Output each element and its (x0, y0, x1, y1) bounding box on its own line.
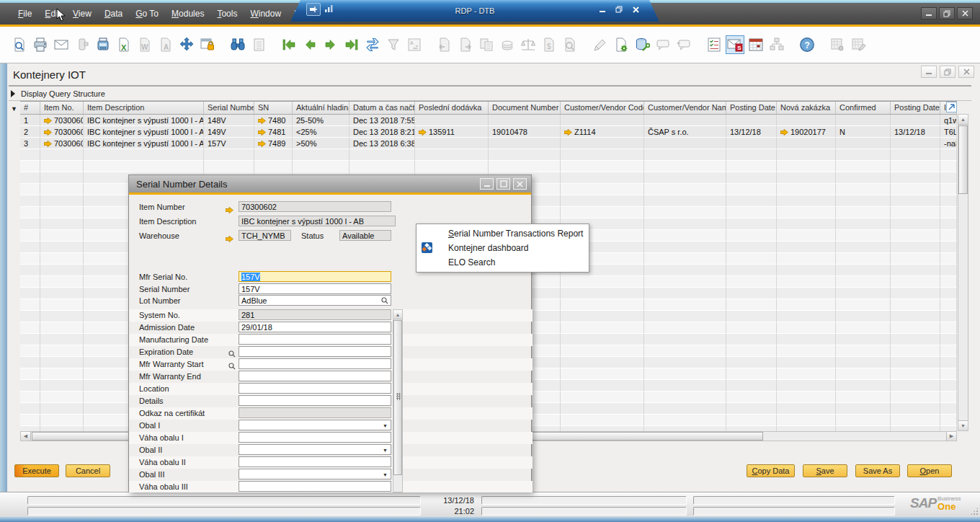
table-cell[interactable]: T6L-4 (940, 126, 957, 138)
log-icon[interactable] (249, 35, 268, 54)
table-cell[interactable] (20, 334, 40, 345)
table-cell[interactable] (644, 276, 726, 288)
table-cell[interactable] (940, 311, 957, 322)
table-cell[interactable] (777, 149, 836, 161)
scroll-down-icon[interactable]: ▼ (958, 420, 968, 430)
table-cell[interactable] (561, 288, 644, 299)
mfr-warranty-start-field[interactable] (239, 358, 391, 369)
inner-close-button[interactable] (958, 66, 974, 78)
table-cell[interactable] (40, 195, 84, 207)
table-cell[interactable]: 25-50% (293, 115, 349, 126)
rdp-minimize-button[interactable] (597, 4, 607, 14)
link-arrow-icon[interactable] (226, 232, 233, 245)
table-cell[interactable] (644, 115, 726, 126)
table-cell[interactable] (415, 149, 489, 161)
dialog-scrollbar[interactable]: ▲ (393, 309, 403, 492)
table-cell[interactable] (777, 265, 836, 276)
table-cell[interactable] (644, 242, 726, 253)
payment-means-icon[interactable] (477, 35, 496, 54)
edit-icon[interactable] (591, 35, 610, 54)
scroll-thumb[interactable] (393, 320, 402, 475)
table-cell[interactable] (40, 253, 84, 265)
table-cell[interactable] (940, 368, 957, 380)
table-cell[interactable] (891, 392, 940, 403)
table-cell[interactable] (489, 115, 561, 126)
table-cell[interactable]: Z1114 (561, 126, 644, 138)
table-cell[interactable] (940, 357, 957, 368)
copy-to-icon[interactable] (456, 35, 475, 54)
column-header[interactable]: Datum a čas načtení (349, 102, 415, 114)
table-cell[interactable] (644, 392, 726, 403)
table-cell[interactable] (726, 322, 777, 334)
table-cell[interactable] (20, 218, 40, 230)
copy-from-icon[interactable] (435, 35, 454, 54)
form-settings-icon[interactable] (849, 35, 868, 54)
column-header[interactable]: Serial Number (204, 102, 254, 114)
table-cell[interactable] (561, 172, 644, 184)
menu-modules[interactable]: Modules (165, 6, 210, 22)
execute-button[interactable]: Execute (14, 464, 59, 477)
table-cell[interactable] (777, 138, 836, 149)
odkaz-na-certifik-t-field[interactable] (239, 407, 391, 418)
table-cell[interactable] (777, 345, 836, 357)
table-cell[interactable] (415, 115, 489, 126)
table-cell[interactable] (644, 184, 726, 195)
table-cell[interactable] (836, 115, 891, 126)
table-cell[interactable] (891, 380, 940, 392)
previous-record-icon[interactable] (300, 35, 319, 54)
table-cell[interactable] (40, 403, 84, 415)
table-cell[interactable] (20, 426, 40, 431)
table-cell[interactable] (891, 195, 940, 207)
comment-icon[interactable] (654, 35, 672, 54)
table-cell[interactable]: >50% (293, 138, 349, 149)
scroll-right-icon[interactable]: ▶ (946, 432, 956, 441)
column-header[interactable]: Nová zakázka (777, 102, 836, 114)
table-cell[interactable] (836, 334, 891, 345)
table-cell[interactable] (561, 149, 644, 161)
table-cell[interactable] (777, 230, 836, 242)
restore-button[interactable] (939, 7, 955, 19)
table-cell[interactable] (726, 380, 777, 392)
user-defined-fields-icon[interactable] (612, 35, 631, 54)
table-cell[interactable] (40, 149, 84, 161)
table-cell[interactable]: Dec 13 2018 7:55PM (349, 115, 415, 126)
table-cell[interactable] (891, 265, 940, 276)
messages-alert-icon[interactable]: S (726, 35, 744, 54)
dialog-titlebar[interactable]: Serial Number Details (129, 175, 531, 193)
org-chart-icon[interactable] (767, 35, 786, 54)
table-cell[interactable] (940, 415, 957, 426)
table-cell[interactable]: ČSAP s r.o. (644, 126, 726, 138)
table-cell[interactable] (891, 276, 940, 288)
save-as-button[interactable]: Save As (855, 464, 900, 477)
table-cell[interactable] (891, 218, 940, 230)
table-cell[interactable] (726, 299, 777, 311)
table-cell[interactable] (891, 357, 940, 368)
table-cell[interactable] (644, 195, 726, 207)
grid-vertical-scrollbar[interactable]: ▲ ▼ (958, 114, 968, 431)
table-cell[interactable] (644, 218, 726, 230)
manufacturing-date-field[interactable] (239, 334, 391, 345)
table-cell[interactable] (777, 368, 836, 380)
table-cell[interactable] (836, 265, 891, 276)
table-cell[interactable] (726, 403, 777, 415)
dialog-close-button[interactable] (513, 178, 527, 190)
column-header[interactable]: Poslední dodávka (415, 102, 489, 114)
table-cell[interactable] (777, 380, 836, 392)
table-cell[interactable] (561, 138, 644, 149)
table-cell[interactable] (40, 392, 84, 403)
table-cell[interactable] (40, 322, 84, 334)
table-cell[interactable] (836, 218, 891, 230)
obal-i-field[interactable]: ▼ (239, 420, 391, 430)
table-cell[interactable] (40, 415, 84, 426)
table-cell[interactable] (777, 242, 836, 253)
table-cell[interactable] (40, 265, 84, 276)
table-cell[interactable] (20, 276, 40, 288)
table-cell[interactable] (561, 426, 644, 431)
table-cell[interactable] (489, 161, 561, 172)
expiration-date-field[interactable] (239, 346, 391, 357)
table-cell[interactable] (40, 311, 84, 322)
table-cell[interactable] (891, 253, 940, 265)
table-cell[interactable] (20, 380, 40, 392)
sort-icon[interactable]: AZ (405, 35, 424, 54)
table-cell[interactable] (726, 288, 777, 299)
